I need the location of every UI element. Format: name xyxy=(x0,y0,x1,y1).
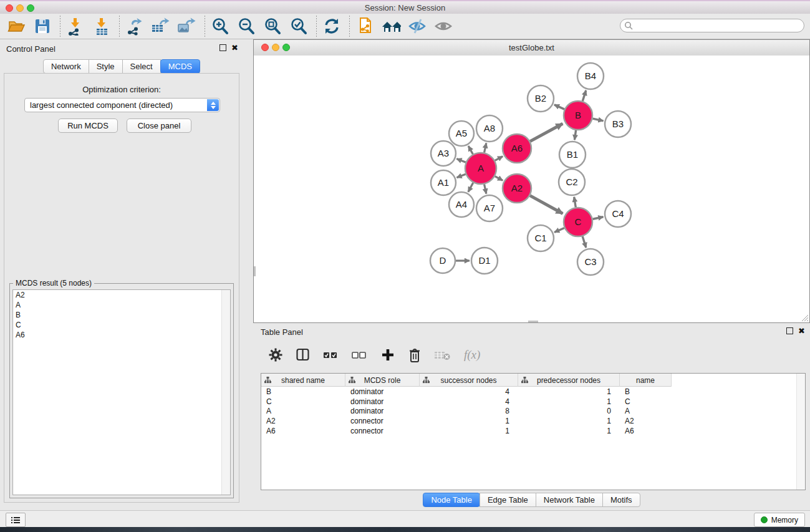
table-cell[interactable]: 1 xyxy=(518,417,620,425)
graph-edge-B-B2[interactable] xyxy=(554,105,564,109)
graph-node-C[interactable]: C xyxy=(564,208,592,236)
graph-node-A1[interactable]: A1 xyxy=(431,170,456,195)
table-cell[interactable]: connector xyxy=(345,417,420,425)
table-cell[interactable]: A2 xyxy=(261,417,345,425)
resize-grip-icon[interactable] xyxy=(801,314,809,322)
mcds-result-item[interactable]: A6 xyxy=(13,330,230,340)
column-header-shared-name[interactable]: shared name xyxy=(261,374,345,387)
table-row[interactable]: Cdominator41C xyxy=(261,397,805,407)
graph-edge-A-A7[interactable] xyxy=(485,184,486,193)
column-header-MCDS-role[interactable]: MCDS role xyxy=(345,374,420,387)
mcds-result-item[interactable]: A2 xyxy=(13,290,230,300)
tab-motifs[interactable]: Motifs xyxy=(602,493,640,507)
graph-node-D[interactable]: D xyxy=(430,248,455,273)
graph-edge-C-C2[interactable] xyxy=(574,197,576,208)
column-header-name[interactable]: name xyxy=(620,374,672,387)
table-row[interactable]: Bdominator41B xyxy=(261,387,805,397)
tab-mcds[interactable]: MCDS xyxy=(160,59,200,74)
table-row[interactable]: A6connector11A6 xyxy=(261,426,805,436)
graph-node-B4[interactable]: B4 xyxy=(577,63,604,89)
graph-edge-A-A2[interactable] xyxy=(495,177,503,181)
graph-edge-A6-B[interactable] xyxy=(530,123,562,141)
eye-slash-icon[interactable] xyxy=(407,16,427,36)
graph-edge-A-A8[interactable] xyxy=(485,143,486,152)
checked-boxes-icon[interactable] xyxy=(323,347,339,362)
float-panel-icon[interactable] xyxy=(219,44,226,51)
graph-node-C3[interactable]: C3 xyxy=(577,249,604,275)
graph-edge-C-C1[interactable] xyxy=(554,228,564,233)
network-file-icon[interactable] xyxy=(355,16,375,36)
horizontal-scroll-thumb[interactable] xyxy=(528,321,538,322)
criterion-dropdown[interactable]: largest connected component (directed) xyxy=(24,98,220,112)
columns-icon[interactable] xyxy=(296,347,311,362)
table-cell[interactable]: dominator xyxy=(345,407,420,415)
mcds-result-item[interactable]: A xyxy=(13,300,230,310)
table-cell[interactable]: 0 xyxy=(518,407,620,415)
network-window-titlebar[interactable]: testGlobe.txt xyxy=(254,40,809,56)
tab-network[interactable]: Network xyxy=(43,59,89,74)
graph-node-A3[interactable]: A3 xyxy=(431,141,456,166)
tab-node-table[interactable]: Node Table xyxy=(423,493,480,507)
graph-node-B2[interactable]: B2 xyxy=(528,85,554,112)
search-box[interactable] xyxy=(620,19,804,32)
graph-edge-A-A3[interactable] xyxy=(456,159,466,163)
export-network-icon[interactable] xyxy=(125,16,145,36)
graph-node-C4[interactable]: C4 xyxy=(605,201,631,227)
close-panel-button[interactable]: Close panel xyxy=(127,118,191,133)
table-row[interactable]: A2connector11A2 xyxy=(261,416,805,426)
graph-node-D1[interactable]: D1 xyxy=(471,248,498,274)
table-cell[interactable]: 4 xyxy=(420,387,518,396)
node-table[interactable]: shared nameMCDS rolesuccessor nodesprede… xyxy=(261,373,806,490)
table-cell[interactable]: A6 xyxy=(620,427,672,435)
graph-node-B1[interactable]: B1 xyxy=(559,142,586,168)
zoom-out-icon[interactable] xyxy=(236,16,256,36)
table-cell[interactable]: A6 xyxy=(261,427,345,435)
graph-node-A5[interactable]: A5 xyxy=(449,121,474,146)
table-cell[interactable]: A2 xyxy=(620,417,672,425)
graph-edge-A-A4[interactable] xyxy=(468,183,473,192)
graph-edge-A-A1[interactable] xyxy=(456,174,465,177)
mcds-result-item[interactable]: B xyxy=(13,310,230,320)
export-table-icon[interactable] xyxy=(151,16,171,36)
graph-edge-C-C4[interactable] xyxy=(593,217,604,219)
graph-edge-A2-C[interactable] xyxy=(530,196,562,214)
export-image-icon[interactable] xyxy=(177,16,197,36)
tab-style[interactable]: Style xyxy=(89,59,123,74)
houses-icon[interactable] xyxy=(381,16,401,36)
refresh-icon[interactable] xyxy=(322,16,342,36)
graph-node-C1[interactable]: C1 xyxy=(528,225,554,251)
table-cell[interactable]: dominator xyxy=(345,387,420,396)
vertical-scroll-thumb[interactable] xyxy=(254,266,256,276)
network-canvas[interactable]: B4B2BB3A5A8A6A3B1AA1C2A2A4A7C4CC1DD1C3 xyxy=(254,56,809,322)
task-history-button[interactable] xyxy=(6,513,26,527)
table-cell[interactable]: 8 xyxy=(420,407,518,415)
graph-node-C2[interactable]: C2 xyxy=(559,169,585,195)
column-header-predecessor-nodes[interactable]: predecessor nodes xyxy=(518,374,620,387)
table-cell[interactable]: 4 xyxy=(420,397,518,406)
memory-button[interactable]: Memory xyxy=(754,513,805,527)
gear-icon[interactable] xyxy=(268,347,283,362)
zoom-fit-icon[interactable] xyxy=(263,16,282,36)
float-panel-icon[interactable] xyxy=(786,327,793,334)
graph-node-A2[interactable]: A2 xyxy=(503,174,531,203)
close-panel-icon[interactable]: ✖ xyxy=(798,328,805,334)
column-header-successor-nodes[interactable]: successor nodes xyxy=(420,374,518,387)
graph-edge-B-B4[interactable] xyxy=(582,90,586,101)
graph-node-A6[interactable]: A6 xyxy=(503,134,531,163)
scrollbar-track[interactable] xyxy=(221,290,230,495)
table-cell[interactable]: A xyxy=(261,407,345,415)
import-table-icon[interactable] xyxy=(92,16,112,36)
table-cell[interactable]: 1 xyxy=(518,387,620,396)
network-graph[interactable]: B4B2BB3A5A8A6A3B1AA1C2A2A4A7C4CC1DD1C3 xyxy=(254,56,809,322)
graph-edge-A-A6[interactable] xyxy=(495,157,503,161)
table-cell[interactable]: C xyxy=(620,397,672,406)
run-mcds-button[interactable]: Run MCDS xyxy=(58,118,118,133)
table-cell[interactable]: B xyxy=(620,387,672,396)
zoom-in-icon[interactable] xyxy=(210,16,230,36)
eye-icon[interactable] xyxy=(433,16,453,36)
table-cell[interactable]: 1 xyxy=(518,427,620,435)
table-row[interactable]: Adominator80A xyxy=(261,406,805,416)
graph-node-B[interactable]: B xyxy=(564,101,592,130)
graph-node-B3[interactable]: B3 xyxy=(605,111,631,137)
graph-node-A8[interactable]: A8 xyxy=(476,115,503,142)
